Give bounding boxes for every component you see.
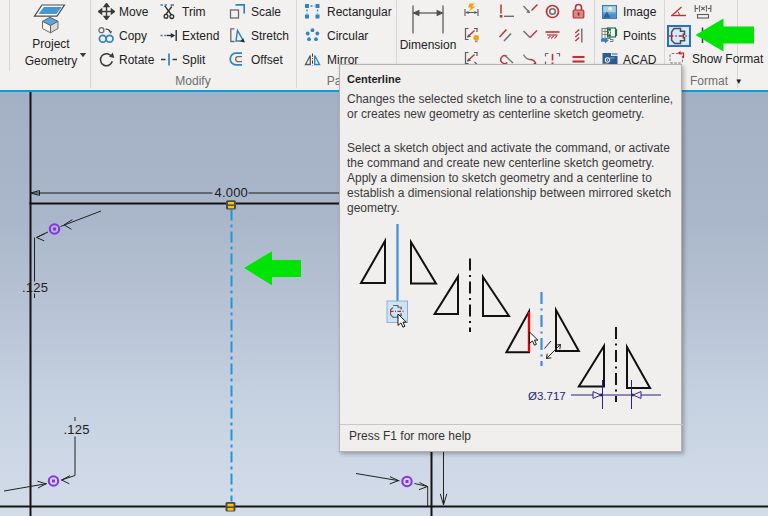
svg-text:4.000: 4.000 bbox=[215, 185, 249, 200]
svg-text:.125: .125 bbox=[64, 422, 90, 437]
svg-text:Ø3.717: Ø3.717 bbox=[528, 390, 566, 402]
svg-text:.125: .125 bbox=[22, 280, 48, 295]
